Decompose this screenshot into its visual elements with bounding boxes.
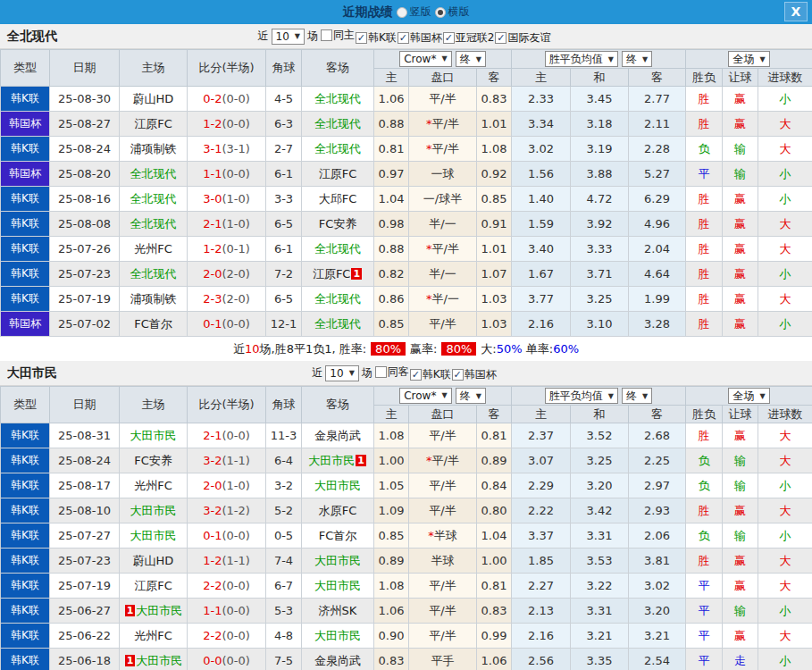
away-team: 金泉尚武 bbox=[302, 649, 374, 670]
chevron-down-icon: ▼ bbox=[295, 32, 300, 40]
away-team: 大邱FC bbox=[302, 187, 374, 212]
col-header-corners: 角球 bbox=[266, 50, 302, 87]
home-team: 全北现代 bbox=[120, 187, 188, 212]
away-team: 金泉尚武 bbox=[302, 423, 374, 448]
avg-stage-select[interactable]: 终▼ bbox=[622, 388, 652, 404]
away-team: 大田市民 bbox=[302, 574, 374, 599]
match-score: 1-1(0-0) bbox=[188, 599, 266, 624]
odds-line: 平/半 bbox=[409, 423, 477, 448]
result-wdl: 平 bbox=[686, 599, 723, 624]
team-name-text: 大田市民 bbox=[314, 629, 361, 642]
filter-checkbox[interactable]: ✓韩K联 bbox=[356, 30, 397, 46]
filter-checkbox[interactable]: ✓亚冠联2 bbox=[443, 30, 495, 46]
filter-checkbox[interactable]: ✓韩国杯 bbox=[398, 30, 442, 46]
team-name-text: 全北现代 bbox=[130, 267, 177, 281]
avg-type-select[interactable]: 胜平负均值▼ bbox=[545, 51, 618, 67]
odds-home: 0.81 bbox=[374, 137, 409, 162]
avg-draw: 3.42 bbox=[571, 498, 629, 523]
summary-row: 近10场,胜8平1负1, 胜率:80%赢率:80%大:50% 单率:60% bbox=[0, 337, 812, 361]
halftime-score: (1-0) bbox=[222, 479, 249, 492]
odds-home: 0.82 bbox=[374, 262, 409, 287]
result-goals: 大 bbox=[758, 624, 812, 649]
team-name-text: 大田市民 bbox=[136, 604, 182, 617]
fulltime-score: 0-2 bbox=[203, 92, 222, 105]
result-handicap: 输 bbox=[723, 473, 758, 498]
red-card-badge: 1 bbox=[356, 455, 366, 466]
matches-table-jeonbuk: 类型 日期 主场 比分(半场) 角球 客场 Crow*▼ 终▼ 胜平负均值▼ 终… bbox=[0, 49, 812, 337]
fulltime-score: 0-0 bbox=[203, 654, 222, 667]
match-date: 25-07-27 bbox=[50, 523, 120, 549]
odds-line: *平/半 bbox=[409, 448, 477, 473]
chevron-down-icon: ▼ bbox=[441, 391, 447, 399]
corner-score: 7-5 bbox=[266, 649, 302, 670]
odds-source-select[interactable]: Crow*▼ bbox=[399, 388, 451, 404]
filter-checkbox[interactable]: ✓国际友谊 bbox=[495, 30, 550, 46]
avg-type-value: 胜平负均值 bbox=[549, 52, 603, 67]
avg-draw: 3.31 bbox=[571, 599, 629, 624]
home-team: 大田市民 bbox=[120, 498, 188, 523]
radio-vertical-label: 竖版 bbox=[410, 4, 431, 20]
halftime-score: (0-0) bbox=[222, 529, 249, 542]
checkbox-label: 同主 bbox=[333, 28, 355, 43]
home-team: 全北现代 bbox=[120, 262, 188, 287]
checkbox-label: 韩K联 bbox=[423, 367, 451, 382]
match-count-value: 10 bbox=[276, 30, 289, 43]
result-handicap: 赢 bbox=[723, 212, 758, 237]
halftime-score: (0-1) bbox=[222, 242, 249, 255]
fulltime-score: 2-1 bbox=[203, 429, 222, 442]
team-name-text: 大田市民 bbox=[136, 654, 182, 667]
odds-home: 1.08 bbox=[374, 423, 409, 448]
fulltime-score: 0-1 bbox=[203, 529, 222, 542]
avg-home: 2.16 bbox=[512, 312, 571, 337]
avg-home: 2.33 bbox=[512, 87, 571, 112]
odds-stage-select[interactable]: 终▼ bbox=[456, 388, 486, 404]
filter-checkbox[interactable]: 同客 bbox=[375, 364, 409, 380]
corner-score: 6-4 bbox=[266, 448, 302, 473]
avg-stage-select[interactable]: 终▼ bbox=[622, 51, 652, 67]
home-team: 江原FC bbox=[120, 112, 188, 137]
chevron-down-icon: ▼ bbox=[642, 55, 648, 63]
filter-checkbox[interactable]: ✓韩K联 bbox=[410, 367, 451, 382]
result-goals: 大 bbox=[758, 237, 812, 262]
match-row: 韩K联25-06-181大田市民0-0(0-0)7-5金泉尚武0.83平手1.0… bbox=[1, 649, 812, 670]
sub-header-odds-line: 盘口 bbox=[409, 406, 477, 423]
sub-header-odds-line: 盘口 bbox=[409, 69, 477, 87]
odds-line: 平/半 bbox=[409, 87, 477, 112]
odds-away: 1.04 bbox=[477, 523, 512, 549]
result-wdl: 胜 bbox=[686, 498, 723, 523]
odds-home: 1.06 bbox=[374, 87, 409, 112]
away-team: 全北现代 bbox=[302, 287, 374, 312]
match-row: 韩K联25-08-24浦项制铁3-1(3-1)2-7全北现代0.81*平/半1.… bbox=[1, 137, 812, 162]
summary-text: 近 bbox=[233, 341, 245, 357]
avg-away: 2.77 bbox=[629, 87, 686, 112]
scope-select[interactable]: 全场▼ bbox=[728, 51, 769, 67]
filter-checkbox[interactable]: ✓韩国杯 bbox=[452, 367, 497, 382]
league-filter-checkboxes: 同客✓韩K联✓韩国杯 bbox=[375, 364, 498, 382]
team-name-text: 水原FC bbox=[319, 504, 357, 517]
odds-stage-select[interactable]: 终▼ bbox=[456, 51, 486, 67]
home-team: 全北现代 bbox=[120, 162, 188, 187]
team-name-text: 江原FC bbox=[313, 267, 351, 281]
chevron-down-icon: ▼ bbox=[642, 392, 648, 400]
checkbox-label: 韩国杯 bbox=[465, 367, 497, 382]
match-count-select[interactable]: 10 ▼ bbox=[325, 365, 358, 381]
radio-horizontal-layout[interactable]: 横版 bbox=[435, 4, 470, 20]
match-score: 3-0(1-0) bbox=[188, 187, 266, 212]
result-goals: 小 bbox=[758, 87, 812, 112]
page-title: 近期战绩 bbox=[343, 4, 393, 21]
filter-checkbox[interactable]: 同主 bbox=[321, 28, 355, 43]
avg-away: 2.11 bbox=[629, 112, 686, 137]
result-goals: 小 bbox=[758, 187, 812, 212]
odds-source-select[interactable]: Crow*▼ bbox=[399, 51, 451, 67]
avg-type-select[interactable]: 胜平负均值▼ bbox=[545, 388, 618, 404]
chevron-down-icon: ▼ bbox=[441, 54, 447, 63]
close-button[interactable]: X bbox=[784, 2, 808, 21]
corner-score: 7-2 bbox=[266, 262, 302, 287]
match-count-select[interactable]: 10 ▼ bbox=[272, 29, 305, 45]
radio-vertical-layout[interactable]: 竖版 bbox=[397, 4, 431, 20]
result-handicap: 输 bbox=[723, 137, 758, 162]
odds-home: 0.90 bbox=[374, 624, 409, 649]
halftime-score: (1-2) bbox=[222, 504, 249, 517]
scope-select[interactable]: 全场▼ bbox=[728, 388, 769, 404]
fulltime-score: 2-0 bbox=[203, 479, 222, 492]
